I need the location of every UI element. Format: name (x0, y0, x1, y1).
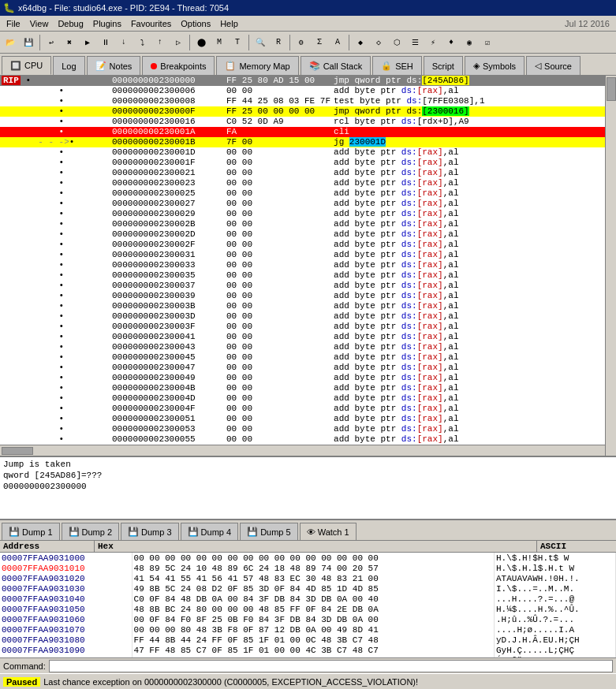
menu-help[interactable]: Help (215, 18, 243, 29)
toolbar-step-into[interactable]: ↓ (115, 34, 133, 51)
disasm-row[interactable]: •000000000230002B00 00add byte ptr ds:[r… (0, 219, 605, 229)
toolbar-step-out[interactable]: ↑ (151, 34, 169, 51)
dump-row[interactable]: 00007FFAA903105048 8B BC 24 80 00 00 00 … (0, 604, 616, 614)
disasm-row[interactable]: •000000000230003900 00add byte ptr ds:[r… (0, 291, 605, 301)
disasm-row[interactable]: •000000000230002F00 00add byte ptr ds:[r… (0, 240, 605, 250)
tab-watch1[interactable]: 👁 Watch 1 (300, 523, 357, 540)
menu-favourites[interactable]: Favourites (126, 18, 176, 29)
disasm-row[interactable]: •000000000230002300 00add byte ptr ds:[r… (0, 178, 605, 188)
disasm-row[interactable]: •000000000230003500 00add byte ptr ds:[r… (0, 270, 605, 281)
disasm-row[interactable]: •000000000230004700 00add byte ptr ds:[r… (0, 363, 605, 373)
tab-breakpoints[interactable]: Breakpoints (142, 56, 215, 75)
disasm-row[interactable]: •000000000230001D00 00add byte ptr ds:[r… (0, 147, 605, 158)
toolbar-more3[interactable]: ⬡ (388, 34, 405, 51)
dump-row[interactable]: 00007FFAA9031080FF 44 8B 44 24 FF 0F 85 … (0, 635, 616, 645)
tab-source[interactable]: ◁ Source (526, 56, 581, 75)
disasm-row[interactable]: •000000000230003F00 00add byte ptr ds:[r… (0, 322, 605, 332)
dump-row[interactable]: 00007FFAA903103049 8B 5C 24 08 D2 0F 85 … (0, 583, 616, 594)
disasm-row[interactable]: •000000000230005100 00add byte ptr ds:[r… (0, 414, 605, 424)
disasm-indicator: • (0, 342, 110, 352)
toolbar-more6[interactable]: ♦ (442, 34, 460, 51)
dump-row[interactable]: 00007FFAA903109047 FF 48 85 C7 0F 85 1F … (0, 645, 616, 655)
toolbar-close[interactable]: ✖ (61, 34, 78, 51)
tab-cpu[interactable]: 🔲 CPU (2, 56, 51, 75)
tab-dump2[interactable]: 💾 Dump 2 (62, 523, 120, 540)
tab-dump4[interactable]: 💾 Dump 4 (181, 523, 239, 540)
disasm-row[interactable]: •000000000230000FFF 25 00 00 00 00jmp qw… (0, 106, 605, 117)
toolbar-calc[interactable]: Σ (311, 34, 328, 51)
toolbar-trace[interactable]: T (229, 34, 246, 51)
dump-row[interactable]: 00007FFAA9031040C0 0F 84 48 DB 0A 00 84 … (0, 594, 616, 604)
menu-view[interactable]: View (25, 18, 54, 29)
menu-file[interactable]: File (2, 18, 25, 29)
disassembly-view[interactable]: RIP • 0000000002300000FF 25 80 AD 15 00j… (0, 76, 605, 456)
disasm-row[interactable]: •000000000230002900 00add byte ptr ds:[r… (0, 209, 605, 219)
disasm-row[interactable]: •000000000230004D00 00add byte ptr ds:[r… (0, 393, 605, 404)
toolbar-search[interactable]: 🔍 (252, 34, 269, 51)
toolbar-pause[interactable]: ⏸ (97, 34, 114, 51)
dump-row[interactable]: 00007FFAA903106000 0F 84 F0 8F 25 0B F0 … (0, 614, 616, 624)
disasm-bytes: 00 00 (225, 424, 332, 434)
toolbar-more8[interactable]: ☑ (479, 34, 496, 51)
toolbar-restart[interactable]: ↩ (43, 34, 60, 51)
toolbar-save[interactable]: 💾 (20, 34, 37, 51)
dump-row[interactable]: 00007FFAA903107000 00 00 80 48 3B F8 0F … (0, 624, 616, 635)
toolbar-more2[interactable]: ◇ (370, 34, 387, 51)
disasm-row[interactable]: •000000000230001F00 00add byte ptr ds:[r… (0, 158, 605, 168)
disasm-row[interactable]: •000000000230003D00 00add byte ptr ds:[r… (0, 311, 605, 322)
disasm-row[interactable]: •000000000230001AFAcli (0, 127, 605, 137)
disasm-row[interactable]: •000000000230002D00 00add byte ptr ds:[r… (0, 229, 605, 240)
disasm-row[interactable]: •0000000002300016C0 52 0D A9rcl byte ptr… (0, 117, 605, 127)
tab-dump1[interactable]: 💾 Dump 1 (2, 523, 60, 540)
dump-row[interactable]: 00007FFAA903100000 00 00 00 00 00 00 00 … (0, 553, 616, 563)
toolbar-run-to-cursor[interactable]: ▷ (170, 34, 187, 51)
dump-row[interactable]: 00007FFAA903102041 54 41 55 41 56 41 57 … (0, 573, 616, 583)
dump-row[interactable]: 00007FFAA903101048 89 5C 24 10 48 89 6C … (0, 563, 616, 573)
toolbar-font[interactable]: A (329, 34, 346, 51)
tab-seh[interactable]: 🔒 SEH (372, 56, 422, 75)
disasm-row[interactable]: - - ->•000000000230001B7F 00jg 230001D (0, 137, 605, 147)
toolbar-ref[interactable]: R (270, 34, 287, 51)
toolbar-run[interactable]: ▶ (79, 34, 96, 51)
menu-options[interactable]: Options (176, 18, 215, 29)
tab-dump3[interactable]: 💾 Dump 3 (121, 523, 179, 540)
disasm-row[interactable]: •000000000230002100 00add byte ptr ds:[r… (0, 168, 605, 178)
disasm-row[interactable]: RIP • 0000000002300000FF 25 80 AD 15 00j… (0, 76, 605, 86)
toolbar-bp[interactable]: ⬤ (192, 34, 210, 51)
command-input[interactable] (49, 660, 613, 672)
disasm-row[interactable]: •000000000230005500 00add byte ptr ds:[r… (0, 434, 605, 445)
disasm-row[interactable]: •0000000002300008FF 44 25 08 03 FE 7Ftes… (0, 96, 605, 106)
disasm-row[interactable]: •000000000230003100 00add byte ptr ds:[r… (0, 250, 605, 260)
toolbar-more4[interactable]: ☰ (406, 34, 424, 51)
disasm-row[interactable]: •000000000230005300 00add byte ptr ds:[r… (0, 424, 605, 434)
tab-symbols[interactable]: ◈ Symbols (465, 56, 525, 75)
disasm-scrollbar[interactable] (605, 76, 616, 456)
toolbar-memory-bp[interactable]: M (211, 34, 228, 51)
disasm-row[interactable]: •000000000230003B00 00add byte ptr ds:[r… (0, 301, 605, 311)
tab-memory-map[interactable]: 📋 Memory Map (216, 56, 298, 75)
disasm-row[interactable]: •000000000230002700 00add byte ptr ds:[r… (0, 199, 605, 209)
tab-script[interactable]: Script (424, 56, 463, 75)
disasm-row[interactable]: •000000000230004500 00add byte ptr ds:[r… (0, 352, 605, 363)
toolbar-more1[interactable]: ◆ (352, 34, 369, 51)
tab-dump5[interactable]: 💾 Dump 5 (240, 523, 298, 540)
toolbar-step-over[interactable]: ⤵ (133, 34, 151, 51)
disasm-row[interactable]: •000000000230004300 00add byte ptr ds:[r… (0, 342, 605, 352)
toolbar-more5[interactable]: ⚡ (424, 34, 442, 51)
disasm-row[interactable]: •000000000230000600 00add byte ptr ds:[r… (0, 86, 605, 96)
disasm-row[interactable]: •000000000230003300 00add byte ptr ds:[r… (0, 260, 605, 270)
menu-plugins[interactable]: Plugins (88, 18, 126, 29)
tab-notes[interactable]: 📝 Notes (87, 56, 141, 75)
toolbar-open[interactable]: 📂 (2, 34, 19, 51)
disasm-row[interactable]: •000000000230004100 00add byte ptr ds:[r… (0, 332, 605, 342)
disasm-row[interactable]: •000000000230004B00 00add byte ptr ds:[r… (0, 383, 605, 393)
toolbar-more7[interactable]: ◉ (461, 34, 478, 51)
disasm-row[interactable]: •000000000230004F00 00add byte ptr ds:[r… (0, 404, 605, 414)
tab-log[interactable]: Log (53, 56, 84, 75)
disasm-row[interactable]: •000000000230004900 00add byte ptr ds:[r… (0, 373, 605, 383)
tab-call-stack[interactable]: 📚 Call Stack (301, 56, 371, 75)
menu-debug[interactable]: Debug (53, 18, 88, 29)
disasm-row[interactable]: •000000000230002500 00add byte ptr ds:[r… (0, 188, 605, 199)
toolbar-settings[interactable]: ⚙ (293, 34, 310, 51)
disasm-row[interactable]: •000000000230003700 00add byte ptr ds:[r… (0, 281, 605, 291)
